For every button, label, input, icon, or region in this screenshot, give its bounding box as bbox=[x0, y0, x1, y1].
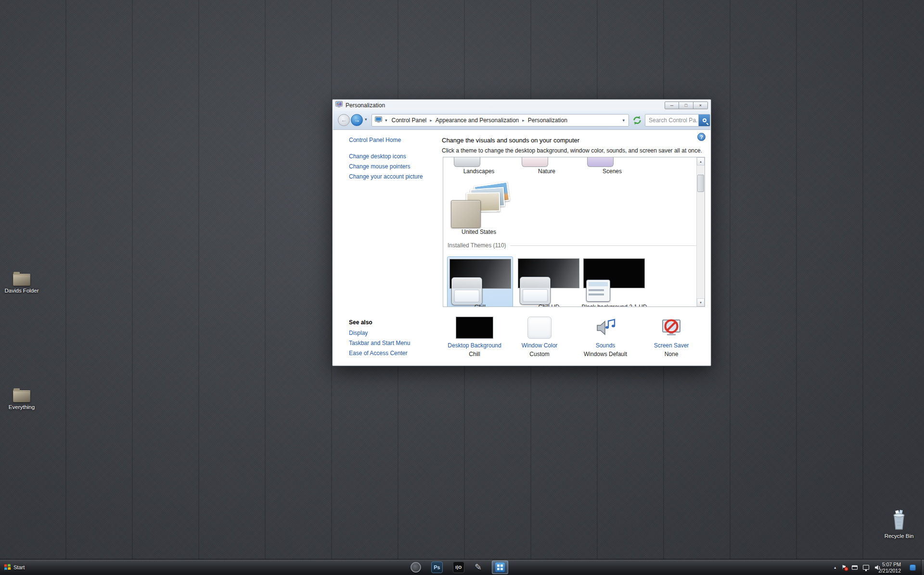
clock[interactable]: 5:07 PM 2/21/2012 bbox=[878, 562, 901, 574]
folder-icon bbox=[0, 385, 43, 402]
window-body: ? Control Panel Home Change desktop icon… bbox=[333, 130, 710, 365]
show-hidden-icons-chevron[interactable]: ▴ bbox=[834, 565, 836, 570]
desktop-icon-recycle-bin[interactable]: Recycle Bin bbox=[877, 508, 921, 539]
start-button[interactable]: Start bbox=[0, 560, 29, 575]
footer-desktop-background: Desktop Background Chill bbox=[438, 315, 511, 358]
windows-flag-icon bbox=[4, 563, 11, 572]
clock-time: 5:07 PM bbox=[878, 562, 901, 568]
theme-thumb-united-states[interactable] bbox=[451, 184, 509, 228]
back-button[interactable]: ← bbox=[338, 114, 350, 126]
sidebar-item-display[interactable]: Display bbox=[349, 330, 368, 336]
sidebar-item-ease-of-access[interactable]: Ease of Access Center bbox=[349, 350, 407, 357]
theme-item-chill-selected[interactable] bbox=[447, 256, 513, 307]
desktop-background-thumb[interactable] bbox=[438, 315, 511, 340]
desktop-icon-label: Recycle Bin bbox=[877, 533, 921, 539]
theme-thumb-landscapes[interactable] bbox=[454, 157, 480, 167]
history-chevron-icon[interactable]: ▾ bbox=[365, 117, 367, 122]
show-desktop-button[interactable] bbox=[921, 560, 924, 575]
address-icon-chevron[interactable]: ▾ bbox=[384, 118, 388, 123]
sounds-icon[interactable] bbox=[569, 315, 642, 340]
desktop-icon-label: Davids Folder bbox=[0, 288, 43, 294]
breadcrumb-separator-icon[interactable]: ▸ bbox=[430, 118, 432, 123]
search-icon bbox=[703, 118, 706, 122]
breadcrumb-separator-icon[interactable]: ▸ bbox=[522, 118, 525, 123]
taskbar-app-dark-disc-icon[interactable] bbox=[411, 562, 421, 573]
search-button[interactable] bbox=[698, 115, 710, 126]
breadcrumb-personalization[interactable]: Personalization bbox=[526, 116, 569, 124]
window-icon bbox=[335, 101, 343, 109]
sidebar-item-control-panel-home[interactable]: Control Panel Home bbox=[349, 137, 401, 143]
screen-saver-link[interactable]: Screen Saver bbox=[635, 342, 707, 349]
address-icon bbox=[375, 116, 382, 124]
help-icon[interactable]: ? bbox=[697, 133, 706, 141]
taskbar-app-io-icon[interactable]: I|O bbox=[453, 562, 464, 573]
theme-thumb-nature[interactable] bbox=[522, 157, 548, 167]
sidebar-item-change-mouse-pointers[interactable]: Change mouse pointers bbox=[349, 163, 410, 170]
taskbar-app-active-control-panel[interactable] bbox=[492, 561, 508, 574]
footer-sounds: Sounds Windows Default bbox=[569, 315, 642, 358]
taskbar: Start Ps I|O ✎ ▴ ⚑ 5:07 PM bbox=[0, 559, 924, 575]
screen-saver-icon[interactable] bbox=[635, 315, 707, 340]
desktop-icon-davids-folder[interactable]: Davids Folder bbox=[0, 268, 43, 294]
vertical-scrollbar[interactable]: ▴ ▾ bbox=[696, 157, 705, 307]
theme-item-chill-hd[interactable] bbox=[516, 256, 582, 307]
desktop-icon-everything[interactable]: Everything bbox=[0, 385, 43, 410]
window-color-value: Custom bbox=[503, 351, 576, 358]
footer-screen-saver: Screen Saver None bbox=[635, 315, 707, 358]
window-color-thumb[interactable] bbox=[503, 315, 576, 340]
theme-thumb-scenes[interactable] bbox=[587, 157, 614, 167]
scrollbar-thumb[interactable] bbox=[697, 175, 704, 192]
basic-window-preview bbox=[586, 280, 610, 302]
breadcrumb-control-panel[interactable]: Control Panel bbox=[390, 116, 428, 124]
scroll-up-button[interactable]: ▴ bbox=[697, 157, 705, 166]
grid-icon bbox=[495, 562, 505, 572]
search-input[interactable] bbox=[645, 115, 698, 126]
sounds-link[interactable]: Sounds bbox=[569, 342, 642, 349]
theme-label-nature[interactable]: Nature bbox=[516, 168, 578, 175]
theme-card bbox=[451, 200, 481, 228]
minimize-button[interactable]: ─ bbox=[665, 102, 679, 109]
recycle-bin-icon bbox=[877, 508, 921, 531]
refresh-button[interactable] bbox=[632, 115, 642, 126]
taskbar-apps: Ps I|O ✎ bbox=[411, 560, 508, 575]
title-bar[interactable]: Personalization ─ □ × bbox=[333, 100, 711, 111]
maximize-button[interactable]: □ bbox=[679, 102, 693, 109]
scroll-down-button[interactable]: ▾ bbox=[697, 298, 705, 307]
theme-label-united-states[interactable]: United States bbox=[448, 229, 510, 235]
sounds-value: Windows Default bbox=[569, 351, 642, 358]
sidebar-item-change-desktop-icons[interactable]: Change desktop icons bbox=[349, 153, 406, 160]
action-center-flag-icon[interactable]: ⚑ bbox=[841, 564, 847, 571]
glass-window-preview bbox=[520, 277, 551, 305]
installed-themes-header: Installed Themes (110) bbox=[448, 242, 701, 249]
address-dropdown-chevron[interactable]: ▾ bbox=[621, 118, 626, 123]
desktop-background-value: Chill bbox=[438, 351, 511, 358]
theme-label[interactable]: Chill bbox=[447, 304, 513, 307]
theme-label-scenes[interactable]: Scenes bbox=[581, 168, 643, 175]
close-button[interactable]: × bbox=[693, 102, 708, 109]
window-color-link[interactable]: Window Color bbox=[503, 342, 576, 349]
taskbar-app-pen-icon[interactable]: ✎ bbox=[475, 562, 482, 573]
network-icon[interactable] bbox=[863, 565, 869, 570]
footer-window-color: Window Color Custom bbox=[503, 315, 576, 358]
sidebar-item-change-account-picture[interactable]: Change your account picture bbox=[349, 173, 423, 180]
personalization-window: Personalization ─ □ × ← → ▾ ▾ bbox=[332, 99, 711, 366]
screen-saver-value: None bbox=[635, 351, 707, 358]
theme-label[interactable]: Black background 2.1 HD bbox=[581, 304, 647, 307]
breadcrumb-appearance[interactable]: Appearance and Personalization bbox=[434, 116, 520, 124]
themes-list: Landscapes Nature Scenes United States I… bbox=[443, 157, 705, 307]
see-also-heading: See also bbox=[349, 319, 372, 326]
breadcrumb[interactable]: ▾ Control Panel ▸ Appearance and Persona… bbox=[372, 114, 629, 127]
theme-item-black-background[interactable] bbox=[581, 256, 647, 307]
forward-button[interactable]: → bbox=[351, 114, 363, 126]
desktop-background-link[interactable]: Desktop Background bbox=[438, 342, 511, 349]
page-subtitle: Click a theme to change the desktop back… bbox=[442, 147, 702, 154]
sidebar-item-taskbar-start-menu[interactable]: Taskbar and Start Menu bbox=[349, 340, 410, 346]
desktop-icon-label: Everything bbox=[0, 404, 43, 410]
window-tray-icon[interactable] bbox=[852, 565, 858, 570]
start-label: Start bbox=[13, 564, 25, 570]
taskbar-app-photoshop-icon[interactable]: Ps bbox=[431, 562, 443, 573]
theme-label-landscapes[interactable]: Landscapes bbox=[448, 168, 510, 175]
tray-blue-app-icon[interactable] bbox=[910, 564, 916, 571]
theme-label[interactable]: Chill HD bbox=[516, 304, 582, 307]
system-tray: ▴ ⚑ bbox=[834, 560, 881, 575]
